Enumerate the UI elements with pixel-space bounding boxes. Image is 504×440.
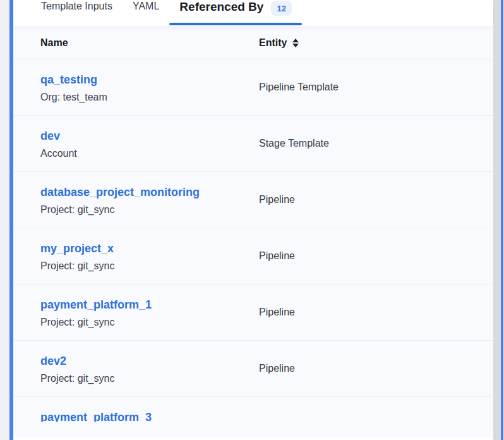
tab-template-inputs[interactable]: Template Inputs (31, 0, 123, 27)
row-subtitle: Project: git_sync (40, 315, 259, 329)
referenced-by-count-badge: 12 (271, 1, 291, 16)
row-subtitle: Project: git_sync (40, 259, 259, 272)
row-subtitle: Project: git_sync (40, 372, 259, 385)
row-name-cell: dev2 Project: git_sync (13, 341, 259, 396)
sort-icon[interactable] (292, 39, 299, 47)
column-header-entity-label: Entity (259, 37, 287, 49)
row-name-cell: payment_platform_1 Project: git_sync (13, 284, 259, 340)
row-subtitle: Account (40, 147, 259, 160)
row-subtitle: Org: test_team (40, 90, 259, 104)
tabs-bar: Template Inputs YAML Referenced By 12 (13, 0, 493, 27)
row-name-link[interactable]: my_project_x (40, 241, 114, 257)
tab-label: Template Inputs (41, 1, 112, 12)
row-name-cell: dev Account (13, 116, 259, 171)
referenced-by-panel: Template Inputs YAML Referenced By 12 Na… (13, 0, 493, 440)
row-name-cell: qa_testing Org: test_team (13, 59, 259, 115)
tab-label: YAML (133, 1, 159, 12)
table-row[interactable]: database_project_monitoring Project: git… (13, 172, 493, 228)
row-name-link[interactable]: payment_platform_3 (40, 410, 152, 422)
row-name-wrap: database_project_monitoring (40, 185, 259, 200)
row-entity: Pipeline (259, 284, 493, 340)
row-name-link[interactable]: payment_platform_1 (40, 297, 152, 313)
row-name-link[interactable]: dev2 (40, 353, 66, 369)
table-row[interactable]: qa_testing Org: test_team Pipeline Templ… (13, 59, 493, 116)
table-header-row: Name Entity (13, 27, 493, 59)
table-row[interactable]: payment_platform_3 (13, 397, 493, 437)
row-name-wrap: my_project_x (40, 241, 259, 257)
row-name-wrap: dev (40, 128, 259, 144)
column-header-name: Name (13, 37, 259, 49)
table-body: qa_testing Org: test_team Pipeline Templ… (13, 59, 493, 437)
sort-up-triangle (292, 39, 299, 42)
row-entity: Pipeline Template (259, 59, 493, 115)
table-row[interactable]: my_project_x Project: git_sync Pipeline (13, 228, 493, 284)
tab-label: Referenced By (179, 0, 263, 14)
row-entity: Pipeline (259, 172, 493, 228)
page-background-gutter (0, 0, 9, 440)
row-name-link[interactable]: database_project_monitoring (40, 185, 200, 200)
tab-yaml[interactable]: YAML (123, 0, 169, 27)
sort-down-triangle (292, 44, 299, 47)
table-row[interactable]: dev2 Project: git_sync Pipeline (13, 341, 493, 397)
row-name-wrap: payment_platform_3 (40, 410, 259, 422)
row-name-wrap: qa_testing (40, 72, 259, 88)
row-name-wrap: dev2 (40, 353, 259, 369)
row-entity: Pipeline (259, 228, 493, 284)
row-entity: Pipeline (259, 341, 493, 396)
row-entity (259, 397, 493, 437)
scrollbar-track[interactable] (493, 0, 501, 440)
tab-referenced-by[interactable]: Referenced By 12 (169, 0, 302, 26)
row-entity: Stage Template (259, 116, 493, 171)
row-name-cell: my_project_x Project: git_sync (13, 228, 259, 284)
row-name-link[interactable]: dev (40, 128, 60, 144)
column-header-entity[interactable]: Entity (259, 37, 493, 49)
row-name-cell: database_project_monitoring Project: git… (13, 172, 259, 228)
row-name-wrap: payment_platform_1 (40, 297, 259, 313)
bottom-strip (13, 437, 493, 440)
row-name-link[interactable]: qa_testing (40, 72, 97, 88)
row-subtitle: Project: git_sync (40, 203, 259, 216)
table-row[interactable]: payment_platform_1 Project: git_sync Pip… (13, 284, 493, 341)
row-name-cell: payment_platform_3 (13, 397, 259, 437)
table-row[interactable]: dev Account Stage Template (13, 116, 493, 172)
